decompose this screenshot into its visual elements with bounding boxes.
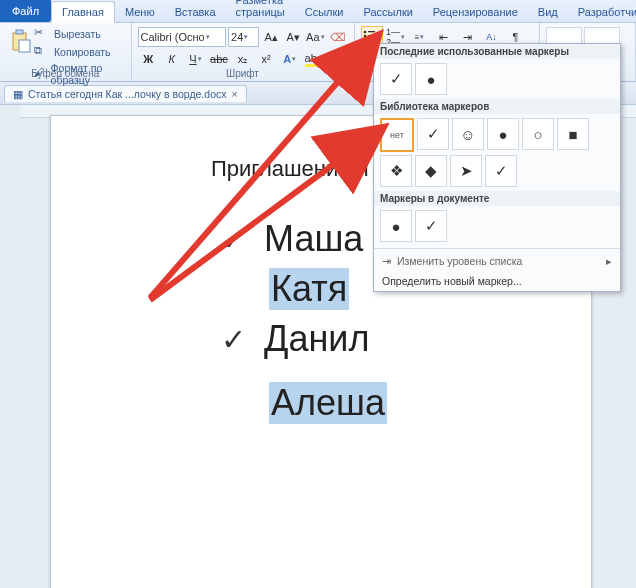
strike-icon: abc [210,53,228,65]
bold-button[interactable]: Ж [138,48,160,70]
svg-rect-6 [368,35,375,36]
tab-page-layout[interactable]: Разметка страницы [226,0,295,22]
shrink-font-button[interactable]: A▾ [283,26,303,48]
change-case-button[interactable]: Aa▾ [305,26,325,48]
scissors-icon: ✂ [34,26,50,42]
change-case-icon: Aa [306,31,319,43]
bullet-check-option[interactable]: ✓ [415,210,447,242]
tab-home[interactable]: Главная [51,1,115,23]
ribbon-tabs: Файл Главная Меню Вставка Разметка стран… [0,0,636,23]
svg-rect-4 [368,31,375,32]
bullet-none-option[interactable]: нет [380,118,414,152]
font-name-select[interactable]: Calibri (Осно▾ [138,27,227,47]
underline-icon: Ч [189,53,196,65]
group-clipboard: ✂ Вырезать ⧉ Копировать 🖌 Формат по обра… [0,23,132,81]
define-new-bullet-item[interactable]: Определить новый маркер... [374,271,620,291]
bullet-diamond-option[interactable]: ◆ [415,155,447,187]
bullet-check-option[interactable]: ✓ [380,63,412,95]
dd-doc-title: Маркеры в документе [374,191,620,206]
underline-button[interactable]: Ч▾ [185,48,207,70]
font-size-select[interactable]: 24▾ [228,27,259,47]
tab-file[interactable]: Файл [0,0,51,22]
group-clipboard-title: Буфер обмена [0,68,131,79]
multilevel-icon: ≡ [415,33,420,42]
grow-font-icon: A▴ [264,31,277,44]
paste-button[interactable] [6,26,30,68]
copy-button[interactable]: ⧉ Копировать [34,44,125,60]
italic-icon: К [169,53,175,65]
group-font: Calibri (Осно▾ 24▾ A▴ A▾ Aa▾ ⌫ Ж К Ч▾ ab… [132,23,355,81]
tab-view[interactable]: Вид [528,2,568,22]
italic-button[interactable]: К [161,48,183,70]
change-list-level-item: ⇥ Изменить уровень списка ▸ [374,251,620,271]
tab-review[interactable]: Рецензирование [423,2,528,22]
tab-references[interactable]: Ссылки [295,2,354,22]
bullet-smiley-option[interactable]: ☺ [452,118,484,150]
strike-button[interactable]: abc [208,48,230,70]
bullet-4diamond-option[interactable]: ❖ [380,155,412,187]
bullet-check-option[interactable]: ✓ [417,118,449,150]
svg-point-5 [364,35,367,38]
dd-recent-title: Последние использованные маркеры [374,44,620,59]
superscript-icon: x² [262,53,271,65]
cut-label: Вырезать [54,28,101,40]
checkmark-icon: ✓ [221,322,246,357]
bullet-check2-option[interactable]: ✓ [485,155,517,187]
close-tab-button[interactable]: × [231,88,237,100]
eraser-icon: ⌫ [330,31,346,44]
document-tab-label: Статья сегодня Как ...лочку в ворде.docx [28,88,226,100]
copy-label: Копировать [54,46,111,58]
svg-point-7 [364,39,367,42]
copy-icon: ⧉ [34,44,50,60]
list-item: Алеша [221,382,591,424]
tab-mailings[interactable]: Рассылки [353,2,422,22]
grow-font-button[interactable]: A▴ [261,26,281,48]
decrease-indent-icon: ⇤ [439,31,448,44]
sort-icon: A↓ [486,32,497,42]
list-item-text: Маша [264,218,363,260]
tab-insert[interactable]: Вставка [165,2,226,22]
increase-indent-icon: ⇥ [463,31,472,44]
bullet-square-option[interactable]: ■ [557,118,589,150]
indent-icon: ⇥ [382,255,391,267]
tab-developer[interactable]: Разработчик [568,2,636,22]
checkmark-icon: ✓ [221,222,246,257]
pilcrow-icon: ¶ [513,31,519,43]
list-item-text: Данил [264,318,369,360]
word-doc-icon: ▦ [13,88,23,100]
bullet-circle-option[interactable]: ○ [522,118,554,150]
font-color-button[interactable]: A▾ [326,48,348,70]
list-item-text: Катя [269,268,349,310]
superscript-button[interactable]: x² [255,48,277,70]
shrink-font-icon: A▾ [286,31,299,44]
svg-rect-8 [368,39,375,40]
font-color-icon: A [331,52,338,67]
highlight-button[interactable]: ab▾ [302,48,324,70]
bullet-disc-option[interactable]: ● [415,63,447,95]
list-item-text: Алеша [269,382,387,424]
cut-button[interactable]: ✂ Вырезать [34,26,125,42]
bullet-arrow-option[interactable]: ➤ [450,155,482,187]
document-tab[interactable]: ▦ Статья сегодня Как ...лочку в ворде.do… [4,85,247,102]
bullet-disc-option[interactable]: ● [380,210,412,242]
tab-menu[interactable]: Меню [115,2,165,22]
dd-library-title: Библиотека маркеров [374,99,620,114]
submenu-arrow-icon: ▸ [606,255,612,267]
group-font-title: Шрифт [132,68,354,79]
svg-rect-1 [16,30,23,34]
list-item: ✓ Данил [221,318,591,360]
bullet-disc-option[interactable]: ● [487,118,519,150]
svg-point-3 [364,31,367,34]
text-effects-icon: A [283,53,291,65]
bullets-dropdown: Последние использованные маркеры ✓ ● Биб… [373,43,621,292]
text-effects-button[interactable]: A▾ [279,48,301,70]
bold-icon: Ж [143,53,153,65]
svg-rect-2 [19,40,30,52]
paste-icon [10,28,26,44]
highlight-icon: ab [305,52,317,67]
clear-format-button[interactable]: ⌫ [328,26,348,48]
subscript-icon: x₂ [238,53,248,66]
subscript-button[interactable]: x₂ [232,48,254,70]
